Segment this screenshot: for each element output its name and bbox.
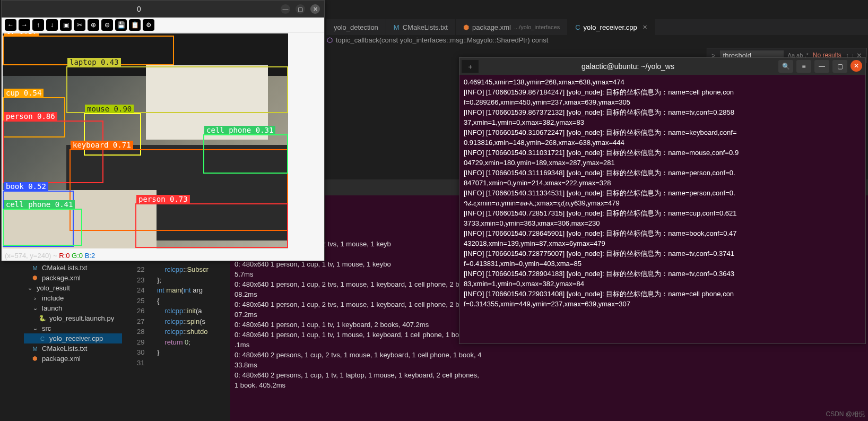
terminal-line: [INFO] [1706601540.728775007] [yolo_node… — [464, 248, 861, 259]
bbox-label: book 0.52 — [4, 182, 48, 191]
tab-label: yolo_detection — [334, 23, 378, 31]
file-icon: ⬢ — [31, 274, 39, 281]
detection-toolbar: ←→↑↓▣✂⊕⊖💾📋⚙ — [2, 18, 324, 32]
explorer-item[interactable]: ⬢package.xml — [24, 354, 122, 364]
minimize-icon[interactable]: — — [281, 4, 290, 14]
terminal-line: f=0.413831,xmin=0,ymin=403,xma=85 — [464, 259, 861, 269]
file-icon: ⌄ — [31, 325, 39, 332]
terminal-line: [INFO] [1706601539.867372132] [yolo_node… — [464, 107, 861, 117]
detection-titlebar[interactable]: 0 — ▢ ✕ — [2, 1, 324, 18]
file-icon: ⌄ — [26, 285, 33, 291]
terminal-line: [INFO] [1706601540.310672247] [yolo_node… — [464, 127, 861, 138]
file-icon: › — [31, 295, 39, 302]
close-icon[interactable]: ✕ — [850, 60, 862, 72]
arrow-right-icon[interactable]: → — [19, 19, 30, 31]
options-icon[interactable]: ⚙ — [143, 19, 154, 31]
zoom-in-icon[interactable]: ⊕ — [88, 19, 99, 31]
tab-label: CMakeLists.txt — [403, 23, 448, 31]
file-label: package.xml — [42, 355, 81, 363]
clipboard-icon[interactable]: 📋 — [129, 19, 141, 31]
zoom-rect-icon[interactable]: ▣ — [60, 19, 72, 31]
terminal-line: 0.469145,xmin=138,ymin=268,xmax=638,ymax… — [464, 77, 861, 87]
file-label: launch — [42, 304, 62, 312]
terminal-right-titlebar[interactable]: ＋ galactic@ubuntu: ~/yolo_ws 🔍 ≡ — ▢ ✕ — [459, 58, 865, 75]
arrow-down-icon[interactable]: ↓ — [46, 19, 58, 31]
detection-image: tv 0.37laptop 0.43cup 0.54mouse 0.90pers… — [3, 33, 288, 248]
tab-suffix: .../yolo_interfaces — [514, 24, 560, 30]
file-label: yolo_result.launch.py — [49, 314, 114, 322]
file-label: src — [42, 324, 51, 332]
search-icon[interactable]: 🔍 — [778, 60, 793, 73]
arrow-up-icon[interactable]: ↑ — [32, 19, 44, 31]
tab-recv[interactable]: Cyolo_receiver.cpp✕ — [568, 19, 655, 35]
minimize-icon[interactable]: — — [814, 60, 829, 73]
menu-icon[interactable]: ≡ — [796, 60, 811, 73]
coord-xy: (x=574, y=240) ~ — [5, 252, 59, 260]
editor-tabbar: yolo_detectionMCMakeLists.txt⬢package.xm… — [326, 19, 868, 35]
breadcrumb-text: topic_callback(const yolo_interfaces::ms… — [336, 36, 548, 44]
terminal-line: 0.913816,xmin=148,ymin=268,xmax=638,ymax… — [464, 138, 861, 148]
bbox-label: keyboard 0.71 — [71, 141, 133, 149]
file-label: CMakeLists.txt — [42, 264, 87, 272]
terminal-line: 0: 480x640 2 persons, 1 cup, 2 tvs, 1 mo… — [235, 350, 864, 360]
explorer-item[interactable]: 🐍yolo_result.launch.py — [24, 313, 122, 323]
terminal-line: [INFO] [1706601539.867184247] [yolo_node… — [464, 87, 861, 97]
explorer-item[interactable]: MCMakeLists.txt — [24, 263, 122, 273]
tab-close-icon[interactable]: ✕ — [643, 24, 647, 31]
breadcrumb: ⬡ topic_callback(const yolo_interfaces::… — [327, 36, 548, 44]
file-icon: C — [39, 336, 46, 342]
bbox-label: person 0.86 — [4, 112, 57, 121]
breadcrumb-icon: ⬡ — [327, 36, 333, 44]
file-explorer[interactable]: MCMakeLists.txt⬢package.xml⌄yolo_result›… — [24, 263, 122, 364]
maximize-icon[interactable]: ▢ — [296, 4, 305, 14]
close-icon[interactable]: ✕ — [310, 4, 320, 14]
tab-pkg[interactable]: ⬢package.xml.../yolo_interfaces — [456, 19, 568, 35]
line-gutter: 22232425262728293031 — [137, 264, 144, 368]
terminal-line: 83,xmin=1,ymin=0,xmax=382,ymax=84 — [464, 279, 861, 289]
terminal-line: [INFO] [1706601540.311169348] [yolo_node… — [464, 168, 861, 178]
tab-cmake[interactable]: MCMakeLists.txt — [386, 19, 456, 35]
arrow-left-icon[interactable]: ← — [5, 19, 16, 31]
explorer-item[interactable]: ›include — [24, 293, 122, 303]
tab-detection[interactable]: yolo_detection — [326, 19, 386, 35]
bbox-cell_phone: cell phone 0.31 — [203, 134, 288, 174]
bbox-label: mouse 0.90 — [85, 105, 134, 113]
explorer-item[interactable]: MCMakeLists.txt — [24, 343, 122, 354]
explorer-item[interactable]: Cyolo_receiver.cpp — [24, 333, 122, 343]
terminal-right[interactable]: ＋ galactic@ubuntu: ~/yolo_ws 🔍 ≡ — ▢ ✕ 0… — [459, 57, 866, 344]
file-label: include — [42, 294, 64, 302]
file-icon: M — [394, 23, 400, 31]
file-icon: ⬢ — [463, 23, 469, 31]
terminal-line: 3733,xmin=0,ymin=363,xmax=306,max=230 — [464, 218, 861, 228]
file-label: yolo_receiver.cpp — [49, 334, 103, 342]
explorer-item[interactable]: ⌄src — [24, 323, 122, 333]
coord-b: B:2 — [85, 252, 96, 260]
file-icon: ⬢ — [31, 355, 39, 362]
terminal-line: 432018,xmin=139,ymin=87,xmax=6ymax=479 — [464, 238, 861, 248]
terminal-line: [INFO] [1706601540.728645901] [yolo_node… — [464, 228, 861, 238]
new-tab-icon[interactable]: ＋ — [462, 60, 479, 73]
file-icon: C — [575, 23, 580, 31]
explorer-item[interactable]: ⬢package.xml — [24, 273, 122, 283]
terminal-line: [INFO] [1706601540.728517315] [yolo_node… — [464, 208, 861, 218]
maximize-icon[interactable]: ▢ — [832, 60, 847, 73]
crop-icon[interactable]: ✂ — [74, 19, 85, 31]
explorer-item[interactable]: ⌄yolo_result — [24, 283, 122, 293]
file-icon: M — [31, 265, 39, 271]
detection-window[interactable]: 0 — ▢ ✕ ←→↑↓▣✂⊕⊖💾📋⚙ tv 0.37laptop 0.43cu… — [1, 0, 325, 261]
terminal-line: [INFO] [1706601540.729031408] [yolo_node… — [464, 289, 861, 299]
explorer-item[interactable]: ⌄launch — [24, 303, 122, 313]
csdn-watermark: CSDN @相倪 — [826, 410, 865, 419]
zoom-out-icon[interactable]: ⊖ — [101, 19, 113, 31]
terminal-line: f=0.314355,xmin=449,ymin=237,xmax=639,ym… — [464, 299, 861, 309]
code-area[interactable]: rclcpp::Subscr};int main(int arg{ rclcpp… — [157, 264, 209, 358]
tab-label: yolo_receiver.cpp — [584, 23, 637, 31]
file-icon: ⌄ — [31, 305, 39, 312]
bbox-label: cell phone 0.41 — [4, 200, 75, 209]
file-label: CMakeLists.txt — [42, 345, 87, 353]
save-icon[interactable]: 💾 — [115, 19, 127, 31]
terminal-right-title: galactic@ubuntu: ~/yolo_ws — [481, 62, 775, 72]
terminal-line: 04729,xmin=180,ymin=189,xmax=287,ymax=28… — [464, 158, 861, 168]
bbox-label: person 0.73 — [136, 195, 190, 203]
bbox-label: tv 0.37 — [4, 33, 39, 36]
